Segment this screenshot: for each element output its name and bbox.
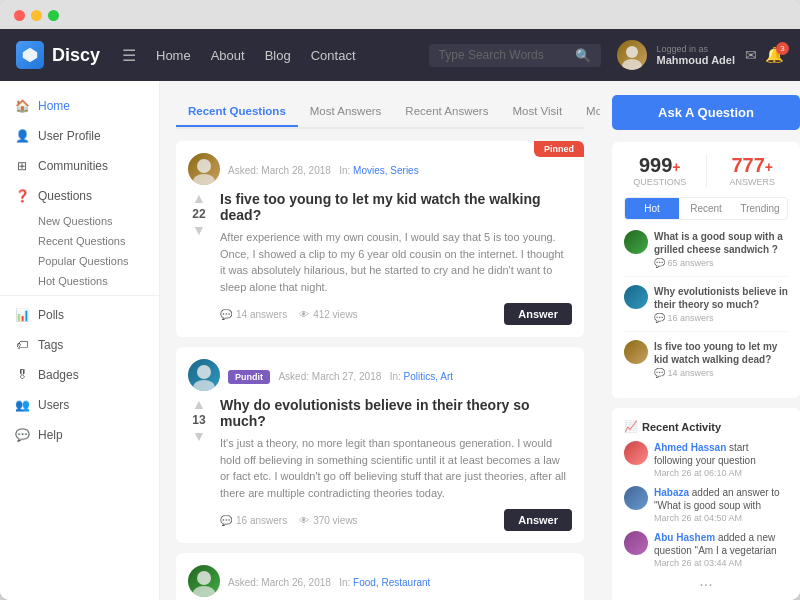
nav-about[interactable]: About xyxy=(211,48,245,63)
user-icon: 👤 xyxy=(14,128,30,144)
filter-recent[interactable]: Recent xyxy=(679,198,733,219)
search-bar: 🔍 xyxy=(429,44,601,67)
submenu-popular-questions[interactable]: Popular Questions xyxy=(38,251,159,271)
search-input[interactable] xyxy=(439,48,569,62)
recent-activity-title: 📈 Recent Activity xyxy=(624,420,788,433)
search-icon[interactable]: 🔍 xyxy=(575,48,591,63)
right-panel: Ask A Question 999+ Questions 777+ Answe… xyxy=(600,81,800,600)
activity-3: Abu Hashem added a new question "Am I a … xyxy=(624,531,788,568)
submenu-recent-questions[interactable]: Recent Questions xyxy=(38,231,159,251)
mini-q1-text[interactable]: What is a good soup with a grilled chees… xyxy=(654,230,788,256)
q1-vote-down[interactable]: ▼ xyxy=(192,223,206,237)
q1-category[interactable]: Movies, Series xyxy=(353,165,419,176)
q2-views: 370 views xyxy=(313,515,357,526)
svg-point-2 xyxy=(622,59,642,70)
sidebar-questions-label: Questions xyxy=(38,189,92,203)
q2-meta-text: Pundit Asked: March 27, 2018 In: Politic… xyxy=(228,366,453,384)
q1-answer-button[interactable]: Answer xyxy=(504,303,572,325)
fullscreen-dot[interactable] xyxy=(48,10,59,21)
nav-contact[interactable]: Contact xyxy=(311,48,356,63)
q1-avatar xyxy=(188,153,220,185)
nav-blog[interactable]: Blog xyxy=(265,48,291,63)
q3-avatar xyxy=(188,565,220,597)
recent-activity-card: 📈 Recent Activity Ahmed Hassan start fol… xyxy=(612,408,800,600)
close-dot[interactable] xyxy=(14,10,25,21)
q3-meta: Asked: March 26, 2018 In: Food, Restaura… xyxy=(188,565,572,597)
q1-meta-text: Asked: March 28, 2018 In: Movies, Series xyxy=(228,160,419,178)
activity2-time: March 26 at 04:50 AM xyxy=(654,513,788,523)
ask-question-button[interactable]: Ask A Question xyxy=(612,95,800,130)
browser-chrome xyxy=(0,0,800,29)
sidebar-item-tags[interactable]: 🏷 Tags xyxy=(0,330,159,360)
sidebar-item-questions[interactable]: ❓ Questions xyxy=(0,181,159,211)
main-content: Recent Questions Most Answers Recent Ans… xyxy=(160,81,600,600)
answers-stat: 777+ Answers xyxy=(717,154,789,187)
sidebar-item-badges[interactable]: 🎖 Badges xyxy=(0,360,159,390)
stats-row: 999+ Questions 777+ Answers xyxy=(624,154,788,187)
minimize-dot[interactable] xyxy=(31,10,42,21)
questions-submenu: New Questions Recent Questions Popular Q… xyxy=(0,211,159,291)
q1-vote-count: 22 xyxy=(192,207,205,221)
submenu-new-questions[interactable]: New Questions xyxy=(38,211,159,231)
sidebar-item-help[interactable]: 💬 Help xyxy=(0,420,159,450)
more-dots[interactable]: ··· xyxy=(624,576,788,594)
q2-vote-count: 13 xyxy=(192,413,205,427)
activity2-text: Habaza added an answer to "What is good … xyxy=(654,486,788,512)
username-label: Mahmoud Adel xyxy=(657,54,735,66)
q2-content: ▲ 13 ▼ Why do evolutionists believe in t… xyxy=(188,397,572,531)
mini-q2-text[interactable]: Why evolutionists believe in their theor… xyxy=(654,285,788,311)
sidebar-users-label: Users xyxy=(38,398,69,412)
tags-icon: 🏷 xyxy=(14,337,30,353)
help-icon: 💬 xyxy=(14,427,30,443)
activity-icon: 📈 xyxy=(624,420,638,433)
q2-title[interactable]: Why do evolutionists believe in their th… xyxy=(220,397,572,429)
nav-home[interactable]: Home xyxy=(156,48,191,63)
sidebar-item-home[interactable]: 🏠 Home xyxy=(0,91,159,121)
sidebar-tags-label: Tags xyxy=(38,338,63,352)
activity3-text: Abu Hashem added a new question "Am I a … xyxy=(654,531,788,557)
submenu-hot-questions[interactable]: Hot Questions xyxy=(38,271,159,291)
sidebar-communities-label: Communities xyxy=(38,159,108,173)
notification-icon[interactable]: 🔔 3 xyxy=(765,46,784,64)
mini-q1-answers: 💬 65 answers xyxy=(654,258,788,268)
q2-vote-up[interactable]: ▲ xyxy=(192,397,206,411)
message-icon[interactable]: ✉ xyxy=(745,47,757,63)
browser-window: Discy ☰ Home About Blog Contact 🔍 Logged… xyxy=(0,0,800,600)
sidebar-item-userprofile[interactable]: 👤 User Profile xyxy=(0,121,159,151)
q3-category[interactable]: Food, Restaurant xyxy=(353,577,430,588)
q2-answers-icon: 💬 xyxy=(220,515,232,526)
question-card-1: Pinned Asked: March 28, 2018 In: Movies,… xyxy=(176,141,584,337)
tab-most-answers[interactable]: Most Answers xyxy=(298,97,394,127)
tab-most-visit[interactable]: Most Visit xyxy=(500,97,574,127)
q2-views-stat: 👁 370 views xyxy=(299,515,357,526)
sidebar-item-polls[interactable]: 📊 Polls xyxy=(0,300,159,330)
tab-recent-questions[interactable]: Recent Questions xyxy=(176,97,298,127)
q2-category[interactable]: Politics, Art xyxy=(404,371,453,382)
mini-q3-text[interactable]: Is five too young to let my kid watch wa… xyxy=(654,340,788,366)
pinned-badge: Pinned xyxy=(534,141,584,157)
tabs-bar: Recent Questions Most Answers Recent Ans… xyxy=(176,95,584,129)
q1-vote-up[interactable]: ▲ xyxy=(192,191,206,205)
tab-most-voted[interactable]: Most Voted xyxy=(574,97,600,127)
sidebar-item-communities[interactable]: ⊞ Communities xyxy=(0,151,159,181)
q2-answer-button[interactable]: Answer xyxy=(504,509,572,531)
q2-vote-down[interactable]: ▼ xyxy=(192,429,206,443)
activity2-body: Habaza added an answer to "What is good … xyxy=(654,486,788,523)
sidebar-divider-1 xyxy=(0,295,159,296)
hamburger-icon[interactable]: ☰ xyxy=(122,46,136,65)
sidebar-item-users[interactable]: 👥 Users xyxy=(0,390,159,420)
home-icon: 🏠 xyxy=(14,98,30,114)
q1-title[interactable]: Is five too young to let my kid watch th… xyxy=(220,191,572,223)
q2-body: Why do evolutionists believe in their th… xyxy=(220,397,572,531)
questions-count: 999+ xyxy=(624,154,696,177)
activity1-text: Ahmed Hassan start following your questi… xyxy=(654,441,788,467)
polls-icon: 📊 xyxy=(14,307,30,323)
stats-card: 999+ Questions 777+ Answers Hot Recent T… xyxy=(612,142,800,398)
tab-recent-answers[interactable]: Recent Answers xyxy=(393,97,500,127)
header: Discy ☰ Home About Blog Contact 🔍 Logged… xyxy=(0,29,800,81)
sidebar-help-label: Help xyxy=(38,428,63,442)
activity1-avatar xyxy=(624,441,648,465)
filter-hot[interactable]: Hot xyxy=(625,198,679,219)
filter-trending[interactable]: Trending xyxy=(733,198,787,219)
svg-point-7 xyxy=(197,571,211,585)
